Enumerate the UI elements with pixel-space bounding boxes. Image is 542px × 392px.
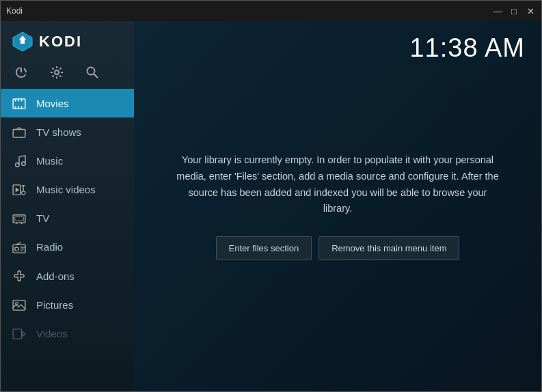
sidebar-item-musicvideos[interactable]: Music videos [1,176,134,204]
time-display: 11:38 AM [409,33,525,63]
svg-rect-9 [18,99,19,102]
content-area: 11:38 AM Your library is currently empty… [134,21,541,391]
svg-point-5 [87,68,95,75]
sidebar-item-movies-label: Movies [36,98,69,109]
content-body: Your library is currently empty. In orde… [134,21,541,391]
settings-icon[interactable] [47,65,66,79]
power-icon[interactable] [12,65,31,79]
sidebar-toolbar [1,59,134,89]
remove-menu-item-button[interactable]: Remove this main menu item [319,236,459,260]
pictures-icon [12,298,27,311]
addons-icon [12,269,27,283]
svg-rect-8 [15,99,16,102]
tv-icon [12,212,27,225]
minimize-button[interactable]: — [492,5,503,16]
sidebar-item-pictures-label: Pictures [36,299,73,311]
app-window: Kodi — □ ✕ KODI [0,0,542,392]
sidebar-item-tv-label: TV [36,212,49,224]
sidebar: KODI [1,21,134,391]
musicvideos-icon [12,183,27,197]
search-icon[interactable] [83,65,102,79]
svg-rect-40 [13,329,21,339]
window-controls: — □ ✕ [492,5,536,16]
svg-point-24 [22,191,25,195]
svg-point-18 [22,162,25,165]
sidebar-item-music[interactable]: Music [1,146,134,176]
svg-rect-10 [21,99,23,102]
svg-rect-12 [18,106,19,109]
svg-point-33 [15,247,18,251]
svg-rect-38 [13,300,25,310]
svg-point-17 [16,163,19,166]
sidebar-item-musicvideos-label: Music videos [36,184,96,195]
svg-point-4 [55,70,59,74]
action-buttons: Enter files section Remove this main men… [216,236,460,260]
svg-line-6 [94,74,98,79]
nav-list: Movies TV shows [1,89,134,391]
svg-rect-14 [13,129,25,137]
videos-icon [12,326,27,340]
titlebar: Kodi — □ ✕ [1,1,541,21]
sidebar-item-videos: Videos [1,319,134,348]
svg-rect-11 [15,106,16,109]
sidebar-item-addons[interactable]: Add-ons [1,262,134,291]
movies-icon [12,96,27,110]
svg-marker-41 [22,331,25,336]
svg-marker-23 [16,188,19,193]
logo-area: KODI [1,21,134,59]
close-button[interactable]: ✕ [525,5,536,16]
sidebar-item-tvshows[interactable]: TV shows [1,117,134,146]
svg-line-21 [19,156,25,157]
svg-rect-13 [21,106,23,109]
main-layout: KODI [1,21,541,391]
window-title: Kodi [6,6,492,16]
kodi-logo-text: KODI [39,33,82,51]
music-icon [12,154,27,168]
enter-files-section-button[interactable]: Enter files section [216,236,312,260]
kodi-logo-icon [12,31,33,53]
sidebar-item-movies[interactable]: Movies [1,89,134,117]
sidebar-item-pictures[interactable]: Pictures [1,290,134,319]
sidebar-item-music-label: Music [36,155,63,167]
tvshows-icon [12,125,27,139]
maximize-button[interactable]: □ [509,5,519,16]
empty-library-message: Your library is currently empty. In orde… [175,152,500,218]
sidebar-item-tvshows-label: TV shows [36,126,81,138]
sidebar-item-videos-label: Videos [36,328,68,339]
sidebar-item-radio-label: Radio [36,241,63,253]
sidebar-item-radio[interactable]: Radio [1,233,134,262]
svg-rect-31 [15,217,23,221]
sidebar-item-addons-label: Add-ons [36,270,74,282]
radio-icon [12,240,27,254]
sidebar-item-tv[interactable]: TV [1,204,134,233]
svg-point-39 [16,302,18,305]
